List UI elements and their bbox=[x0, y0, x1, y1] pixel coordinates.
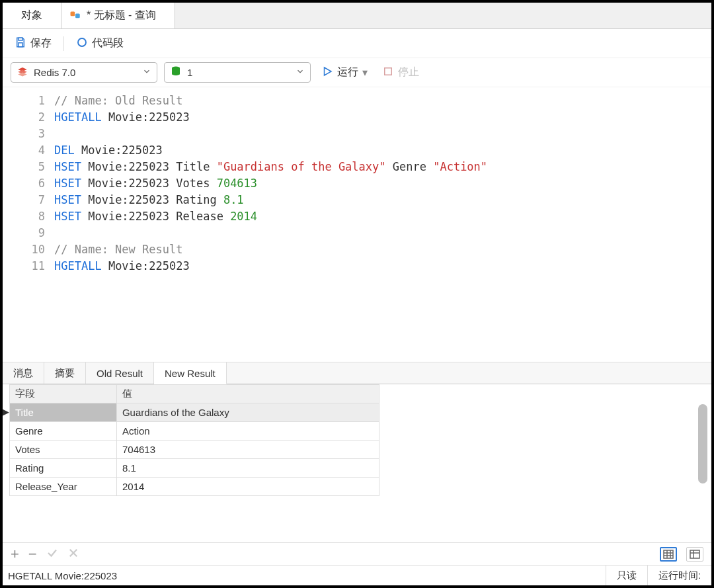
line-number: 11 bbox=[3, 258, 45, 274]
status-bar: HGETALL Movie:225023 只读 运行时间: bbox=[3, 566, 711, 585]
code-line[interactable]: HGETALL Movie:225023 bbox=[54, 258, 487, 274]
apply-icon bbox=[46, 547, 58, 561]
cancel-icon bbox=[67, 547, 79, 561]
save-button[interactable]: 保存 bbox=[11, 34, 56, 54]
col-value[interactable]: 值 bbox=[116, 385, 379, 403]
table-row[interactable]: Votes704613 bbox=[10, 441, 379, 459]
svg-rect-1 bbox=[75, 13, 80, 18]
snippet-label: 代码段 bbox=[92, 36, 124, 50]
stop-label: 停止 bbox=[398, 65, 419, 79]
cell-field[interactable]: Votes bbox=[10, 441, 117, 459]
server-dropdown[interactable]: Redis 7.0 bbox=[11, 62, 157, 83]
cell-field[interactable]: Genre bbox=[10, 422, 117, 441]
line-number: 5 bbox=[3, 159, 45, 175]
result-table-container: ▶ 字段 值 TitleGuardians of the GalaxyGenre… bbox=[3, 384, 711, 543]
code-line[interactable]: HSET Movie:225023 Rating 8.1 bbox=[54, 192, 487, 208]
svg-rect-3 bbox=[19, 42, 22, 46]
line-number: 10 bbox=[3, 241, 45, 258]
grid-view-button[interactable] bbox=[660, 547, 677, 562]
svg-rect-2 bbox=[19, 38, 22, 40]
status-command: HGETALL Movie:225023 bbox=[3, 570, 606, 581]
current-row-marker: ▶ bbox=[3, 407, 9, 417]
server-label: Redis 7.0 bbox=[34, 67, 75, 78]
cell-field[interactable]: Rating bbox=[10, 459, 117, 478]
save-icon bbox=[15, 36, 26, 51]
svg-point-4 bbox=[78, 38, 86, 46]
record-edit-bar: + − bbox=[3, 543, 711, 566]
result-tab[interactable]: 消息 bbox=[3, 362, 44, 384]
svg-marker-7 bbox=[18, 73, 27, 77]
table-row[interactable]: Release_Year2014 bbox=[10, 478, 379, 496]
form-view-button[interactable] bbox=[686, 547, 703, 562]
add-record-icon[interactable]: + bbox=[11, 546, 19, 563]
line-number: 6 bbox=[3, 175, 45, 192]
cell-value[interactable]: 704613 bbox=[116, 441, 379, 459]
redis-icon bbox=[17, 65, 28, 79]
code-content[interactable]: // Name: Old ResultHGETALL Movie:225023 … bbox=[54, 87, 487, 362]
snippet-icon bbox=[76, 36, 88, 51]
table-row[interactable]: TitleGuardians of the Galaxy bbox=[10, 403, 379, 422]
code-line[interactable] bbox=[54, 225, 487, 241]
save-label: 保存 bbox=[30, 36, 52, 50]
line-number: 9 bbox=[3, 225, 45, 241]
status-readonly: 只读 bbox=[606, 566, 647, 585]
tab-query-label: * 无标题 - 查询 bbox=[87, 9, 156, 22]
chevron-down-icon bbox=[142, 67, 151, 78]
cell-field[interactable]: Title bbox=[10, 403, 117, 422]
code-line[interactable]: DEL Movie:225023 bbox=[54, 142, 487, 159]
connection-bar: Redis 7.0 1 运行 ▾ bbox=[3, 58, 711, 87]
line-number: 4 bbox=[3, 142, 45, 159]
line-number: 8 bbox=[3, 208, 45, 225]
toolbar: 保存 代码段 bbox=[3, 29, 711, 58]
play-icon bbox=[321, 65, 333, 80]
svg-rect-13 bbox=[664, 550, 673, 558]
stop-button: 停止 bbox=[378, 63, 423, 83]
app-window: 对象 * 无标题 - 查询 保存 代码段 bbox=[0, 0, 714, 588]
query-tab-icon bbox=[69, 9, 81, 23]
chevron-down-icon bbox=[296, 67, 305, 78]
run-label: 运行 bbox=[337, 65, 358, 79]
col-field[interactable]: 字段 bbox=[10, 385, 117, 403]
line-gutter: 1234567891011 bbox=[3, 87, 54, 362]
vertical-scrollbar[interactable] bbox=[698, 404, 707, 483]
toolbar-separator bbox=[63, 36, 64, 51]
tab-query[interactable]: * 无标题 - 查询 bbox=[61, 3, 175, 28]
code-line[interactable]: HGETALL Movie:225023 bbox=[54, 109, 487, 126]
result-tab[interactable]: 摘要 bbox=[44, 362, 86, 384]
table-row[interactable]: GenreAction bbox=[10, 422, 379, 441]
result-table[interactable]: 字段 值 TitleGuardians of the GalaxyGenreAc… bbox=[9, 384, 379, 496]
run-button[interactable]: 运行 ▾ bbox=[317, 63, 372, 83]
database-dropdown[interactable]: 1 bbox=[164, 62, 311, 83]
line-number: 7 bbox=[3, 192, 45, 208]
cell-value[interactable]: Action bbox=[116, 422, 379, 441]
code-line[interactable]: HSET Movie:225023 Title "Guardians of th… bbox=[54, 159, 487, 175]
delete-record-icon[interactable]: − bbox=[28, 546, 37, 563]
code-line[interactable]: HSET Movie:225023 Release 2014 bbox=[54, 208, 487, 225]
code-editor[interactable]: 1234567891011 // Name: Old ResultHGETALL… bbox=[3, 87, 711, 362]
cell-value[interactable]: 8.1 bbox=[116, 459, 379, 478]
cell-value[interactable]: Guardians of the Galaxy bbox=[116, 403, 379, 422]
svg-rect-0 bbox=[71, 11, 75, 16]
window-tabbar: 对象 * 无标题 - 查询 bbox=[3, 3, 711, 29]
tab-objects[interactable]: 对象 bbox=[3, 3, 61, 28]
snippet-button[interactable]: 代码段 bbox=[72, 34, 128, 54]
cell-value[interactable]: 2014 bbox=[116, 478, 379, 496]
line-number: 3 bbox=[3, 126, 45, 142]
database-icon bbox=[170, 65, 182, 79]
run-dropdown-icon[interactable]: ▾ bbox=[362, 66, 368, 79]
status-runtime: 运行时间: bbox=[647, 566, 711, 585]
result-tab[interactable]: Old Result bbox=[86, 362, 154, 384]
code-line[interactable]: HSET Movie:225023 Votes 704613 bbox=[54, 175, 487, 192]
svg-rect-18 bbox=[690, 550, 699, 558]
code-line[interactable]: // Name: New Result bbox=[54, 241, 487, 258]
svg-rect-10 bbox=[385, 67, 392, 75]
line-number: 1 bbox=[3, 93, 45, 109]
result-tab[interactable]: New Result bbox=[154, 362, 227, 384]
code-line[interactable]: // Name: Old Result bbox=[54, 93, 487, 109]
stop-icon bbox=[382, 65, 394, 80]
result-tabbar: 消息摘要Old ResultNew Result bbox=[3, 362, 711, 384]
code-line[interactable] bbox=[54, 126, 487, 142]
tab-objects-label: 对象 bbox=[21, 9, 42, 22]
table-row[interactable]: Rating8.1 bbox=[10, 459, 379, 478]
cell-field[interactable]: Release_Year bbox=[10, 478, 117, 496]
